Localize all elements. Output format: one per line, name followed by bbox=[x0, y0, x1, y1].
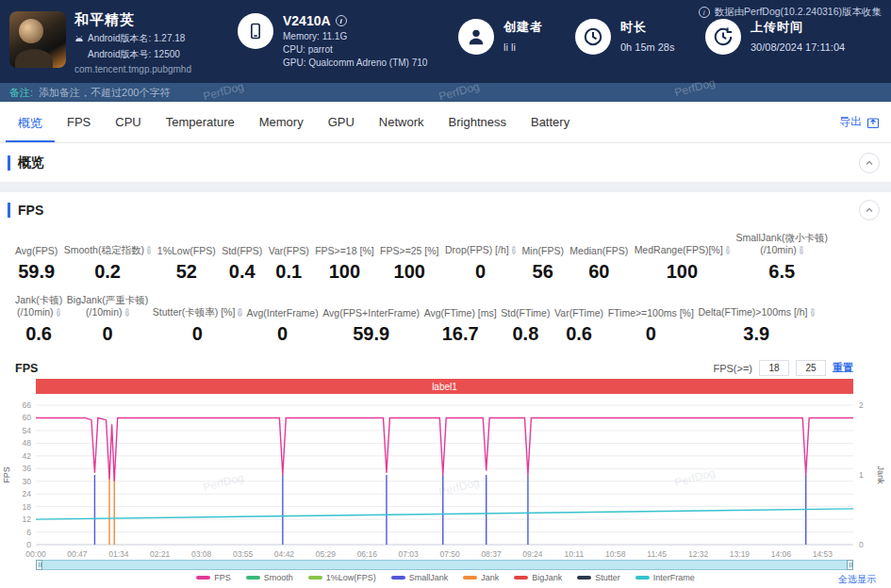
metric: FTime>=100ms [%]0 bbox=[608, 294, 694, 345]
collapse-fps-button[interactable] bbox=[859, 200, 880, 220]
svg-text:14:06: 14:06 bbox=[771, 549, 792, 558]
fps-title: FPS bbox=[18, 203, 43, 218]
metric-label: SmallJank(微小卡顿)(/10min)? bbox=[735, 232, 827, 256]
zoom-handle-left[interactable] bbox=[36, 560, 42, 570]
help-icon[interactable]: ? bbox=[147, 246, 151, 254]
duration-block: 时长 0h 15m 28s bbox=[575, 19, 674, 55]
svg-text:14:53: 14:53 bbox=[813, 549, 833, 558]
legend-item-interframe[interactable]: InterFrame bbox=[635, 573, 695, 582]
metric: Stutter(卡顿率) [%]?0 bbox=[153, 294, 242, 345]
select-all-link[interactable]: 全选显示 bbox=[838, 573, 876, 586]
tab-temperature[interactable]: Temperature bbox=[154, 102, 247, 142]
svg-text:30: 30 bbox=[23, 477, 32, 486]
help-icon[interactable]: ? bbox=[57, 308, 60, 317]
tab-overview[interactable]: 概览 bbox=[6, 102, 55, 142]
tab-fps[interactable]: FPS bbox=[55, 102, 103, 142]
metric: Std(FTime)0.8 bbox=[501, 294, 550, 345]
legend-item-jank[interactable]: Jank bbox=[463, 573, 499, 582]
legend-item-smooth[interactable]: Smooth bbox=[246, 573, 293, 582]
app-icon bbox=[9, 11, 66, 68]
metric: FPS>=25 [%]100 bbox=[380, 232, 438, 283]
chart-banner: label1 bbox=[36, 379, 853, 394]
legend-marker bbox=[391, 576, 405, 580]
metric-value: 59.9 bbox=[322, 323, 420, 345]
metric: Var(FPS)0.1 bbox=[269, 232, 309, 283]
fps-threshold-high-input[interactable] bbox=[796, 360, 826, 376]
metric: Avg(FPS)59.9 bbox=[15, 232, 58, 283]
metric-value: 59.9 bbox=[15, 261, 58, 283]
help-icon[interactable]: ? bbox=[238, 308, 241, 317]
svg-text:Jank: Jank bbox=[876, 466, 885, 484]
tab-battery[interactable]: Battery bbox=[519, 102, 582, 142]
svg-text:03:55: 03:55 bbox=[233, 549, 254, 558]
app-package: com.tencent.tmgp.pubgmhd bbox=[74, 64, 191, 74]
upload-time-label: 上传时间 bbox=[751, 19, 845, 36]
info-icon[interactable]: i bbox=[336, 15, 347, 26]
metric-label: MedRange(FPS)[%]? bbox=[635, 232, 730, 256]
collect-info-text: 数据由PerfDog(10.2.240316)版本收集 bbox=[715, 6, 882, 19]
note-placeholder[interactable]: 添加备注，不超过200个字符 bbox=[39, 86, 170, 100]
svg-text:42: 42 bbox=[23, 451, 32, 461]
chevron-up-icon bbox=[865, 158, 874, 168]
svg-text:1: 1 bbox=[859, 470, 864, 480]
metric: Avg(FTime) [ms]16.7 bbox=[424, 294, 497, 345]
section-overview: 概览 bbox=[0, 143, 891, 183]
legend-marker bbox=[196, 576, 210, 580]
legend-item-stutter[interactable]: Stutter bbox=[577, 573, 620, 582]
svg-text:36: 36 bbox=[23, 464, 32, 473]
note-bar[interactable]: 备注: 添加备注，不超过200个字符 bbox=[0, 83, 891, 102]
phone-icon bbox=[238, 13, 273, 49]
metric-value: 6.5 bbox=[735, 261, 827, 283]
info-icon: i bbox=[699, 7, 710, 18]
upload-time-block: 上传时间 30/08/2024 17:11:04 bbox=[705, 19, 845, 55]
fps-line-chart[interactable]: 061218243036424854606601200:0000:4701:34… bbox=[0, 396, 891, 558]
svg-text:FPS: FPS bbox=[2, 466, 11, 483]
reset-threshold-link[interactable]: 重置 bbox=[833, 361, 853, 375]
android-icon bbox=[74, 35, 84, 42]
tab-brightness[interactable]: Brightness bbox=[437, 102, 519, 142]
tab-cpu[interactable]: CPU bbox=[103, 102, 153, 142]
app-name: 和平精英 bbox=[74, 11, 191, 29]
fps-threshold-low-input[interactable] bbox=[759, 360, 789, 376]
legend-item-1-low-fps-[interactable]: 1%Low(FPS) bbox=[308, 573, 376, 582]
metric: Var(FTime)0.6 bbox=[554, 294, 603, 345]
upload-time-value: 30/08/2024 17:11:04 bbox=[751, 41, 845, 53]
metric-label: Avg(InterFrame) bbox=[246, 294, 318, 318]
tab-gpu[interactable]: GPU bbox=[316, 102, 367, 142]
export-button[interactable]: 导出 bbox=[839, 114, 880, 130]
help-icon[interactable]: ? bbox=[512, 246, 516, 254]
help-icon[interactable]: ? bbox=[125, 308, 129, 317]
svg-text:08:37: 08:37 bbox=[481, 549, 502, 558]
app-block: 和平精英 Android版本名: 1.27.18 Android版本号: 125… bbox=[9, 11, 191, 74]
legend-item-bigjank[interactable]: BigJank bbox=[514, 573, 562, 582]
metric-value: 0.6 bbox=[554, 323, 603, 345]
metric-value: 0.8 bbox=[501, 323, 550, 345]
metric: Avg(FPS+InterFrame)59.9 bbox=[322, 294, 420, 345]
svg-text:10:11: 10:11 bbox=[565, 549, 585, 558]
creator-value: li li bbox=[503, 41, 543, 53]
zoom-handle-right[interactable] bbox=[847, 560, 853, 570]
metric-value: 0.1 bbox=[269, 261, 309, 283]
tab-network[interactable]: Network bbox=[367, 102, 437, 142]
tab-memory[interactable]: Memory bbox=[247, 102, 316, 142]
collapse-overview-button[interactable] bbox=[859, 153, 880, 173]
metric-label: Var(FPS) bbox=[269, 232, 309, 256]
legend-item-fps[interactable]: FPS bbox=[196, 573, 231, 582]
help-icon[interactable]: ? bbox=[726, 246, 730, 254]
svg-text:18: 18 bbox=[23, 502, 32, 512]
device-gpu: GPU: Qualcomm Adreno (TM) 710 bbox=[283, 57, 427, 68]
metric-label: Delta(FTime)>100ms [/h]? bbox=[698, 294, 814, 318]
svg-text:6: 6 bbox=[26, 528, 31, 537]
help-icon[interactable]: ? bbox=[811, 308, 815, 317]
help-icon[interactable]: ? bbox=[800, 246, 803, 254]
legend-item-smalljank[interactable]: SmallJank bbox=[391, 573, 449, 582]
overview-title: 概览 bbox=[18, 155, 44, 172]
metric-value: 0 bbox=[445, 261, 516, 283]
tab-bar: 概览FPSCPUTemperatureMemoryGPUNetworkBrigh… bbox=[0, 102, 891, 143]
svg-text:06:16: 06:16 bbox=[357, 549, 378, 558]
metric-value: 0 bbox=[153, 323, 242, 345]
fps-chart-label: FPS bbox=[15, 362, 38, 375]
fps-threshold-label: FPS(>=) bbox=[713, 363, 752, 374]
chart-zoom-slider[interactable] bbox=[36, 560, 853, 570]
upload-clock-icon bbox=[705, 19, 741, 55]
